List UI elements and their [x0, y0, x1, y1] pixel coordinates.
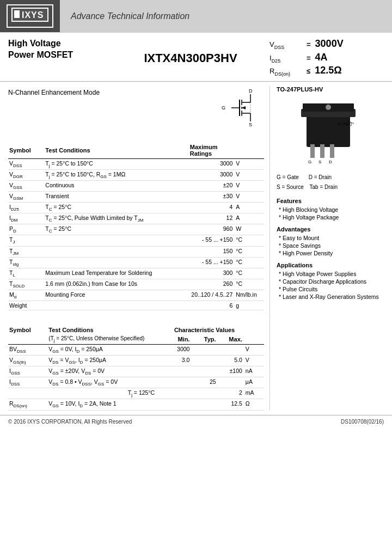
- svg-text:D (Tab): D (Tab): [338, 121, 352, 126]
- col-header-max2: Max.: [218, 334, 244, 345]
- unit-cell: Nm/lb.in: [235, 290, 264, 301]
- features-title: Features: [277, 198, 384, 204]
- left-column: N-Channel Enhancement Mode G: [8, 86, 270, 411]
- char-table: Symbol Test Conditions Characteristic Va…: [8, 326, 264, 411]
- char-min-cell: [166, 366, 192, 377]
- mosfet-symbol: G S D: [220, 86, 264, 130]
- copyright-text: © 2016 IXYS CORPORATION, All Rights Rese…: [8, 419, 132, 425]
- symbol-cell: TJM: [8, 246, 44, 257]
- svg-rect-21: [330, 144, 334, 158]
- table-row: VGSS Continuous ±20 V: [8, 180, 264, 191]
- char-symbol-cell: [8, 388, 47, 399]
- col-header-cond2: Test Conditions: [47, 326, 166, 334]
- char-header-row2: (Tj = 25°C, Unless Otherwise Specified) …: [8, 334, 264, 345]
- symbol-cell: PD: [8, 224, 44, 235]
- char-cond-cell: Tj = 125°C: [47, 388, 166, 399]
- conditions-cell: [44, 257, 188, 268]
- spec-rdson: RDS(on) ≤ 12.5Ω: [270, 65, 384, 77]
- char-min-cell: [166, 388, 192, 399]
- table-row: IDSS VDS = 0.8 • VDSS, VGS = 0V 25 μA: [8, 377, 264, 388]
- col-header-max: Maximum Ratings: [189, 142, 235, 159]
- conditions-cell: [44, 235, 188, 246]
- conditions-cell: 1.6 mm (0.062in.) from Case for 10s: [44, 279, 188, 290]
- conditions-cell: [44, 301, 188, 310]
- unit-cell: A: [235, 213, 264, 224]
- symbol-cell: VGSM: [8, 192, 44, 203]
- legend-row-g: G = Gate D = Drain: [277, 173, 384, 182]
- mosfet-diagram: G S D: [220, 86, 264, 130]
- spec-id25: ID25 = 4A: [270, 52, 384, 64]
- product-type: High Voltage Power MOSFET: [8, 38, 117, 78]
- advantage-item: * Space Savings: [277, 242, 384, 249]
- advantage-item: * Easy to Mount: [277, 235, 384, 241]
- spec-symbol-id25: ID25: [270, 54, 302, 64]
- conditions-cell: [44, 246, 188, 257]
- conditions-cell: TC = 25°C, Pulse Width Limited by TJM: [44, 213, 188, 224]
- conditions-cell: TC = 25°C: [44, 224, 188, 235]
- col-header-unit: [235, 142, 264, 159]
- table-row: BVDSS VGS = 0V, ID = 250μA 3000 V: [8, 345, 264, 356]
- svg-text:IXYS: IXYS: [22, 10, 44, 20]
- char-typ-cell: [192, 345, 218, 356]
- char-cond-cell: VDS = VGS, ID = 250μA: [47, 356, 166, 366]
- max-cell: ±30: [189, 192, 235, 203]
- symbol-cell: TL: [8, 268, 44, 279]
- table-row: IGSS VGS = ±20V, VDS = 0V ±100 nA: [8, 366, 264, 377]
- table-row: PD TC = 25°C 960 W: [8, 224, 264, 235]
- svg-text:G: G: [308, 160, 311, 164]
- table-row: VDGR Tj = 25°C to 150°C, RGS = 1MΩ 3000 …: [8, 169, 264, 180]
- svg-text:G: G: [222, 105, 225, 111]
- table-row: Weight 6 g: [8, 301, 264, 310]
- symbol-cell: ID25: [8, 203, 44, 213]
- table-row: TJM 150 °C: [8, 246, 264, 257]
- application-item: * High Voltage Power Supplies: [277, 271, 384, 277]
- table-row: VGS(th) VDS = VGS, ID = 250μA 3.0 5.0 V: [8, 356, 264, 366]
- unit-cell: V: [235, 169, 264, 180]
- unit-cell: °C: [235, 257, 264, 268]
- spec-val-vdss: 3000V: [315, 38, 344, 50]
- char-min-cell: 3000: [166, 345, 192, 356]
- max-cell: 3000: [189, 158, 235, 169]
- svg-point-24: [326, 105, 331, 110]
- title-section: High Voltage Power MOSFET IXTX4N300P3HV …: [0, 33, 392, 82]
- col-header-typ: Typ.: [192, 334, 218, 345]
- char-symbol-cell: RDS(on): [8, 399, 47, 410]
- col-header-symbol: Symbol: [8, 142, 44, 159]
- char-symbol-cell: BVDSS: [8, 345, 47, 356]
- symbol-cell: VDGR: [8, 169, 44, 180]
- char-symbol-cell: IDSS: [8, 377, 47, 388]
- char-cond-cell: VDS = 0.8 • VDSS, VGS = 0V: [47, 377, 166, 388]
- char-symbol-cell: IGSS: [8, 366, 47, 377]
- char-unit-cell: Ω: [244, 399, 264, 410]
- char-unit-cell: nA: [244, 366, 264, 377]
- conditions-cell: Tj = 25°C to 150°C, RGS = 1MΩ: [44, 169, 188, 180]
- unit-cell: g: [235, 301, 264, 310]
- product-title: High Voltage Power MOSFET: [8, 38, 117, 61]
- char-typ-cell: [192, 356, 218, 366]
- symbol-cell: VGSS: [8, 180, 44, 191]
- symbol-cell: IDM: [8, 213, 44, 224]
- char-typ-cell: [192, 388, 218, 399]
- spec-val-id25: 4A: [315, 52, 328, 63]
- legend-row-s: S = Source Tab = Drain: [277, 182, 384, 192]
- unit-cell: °C: [235, 268, 264, 279]
- feature-item: * High Blocking Voltage: [277, 206, 384, 213]
- svg-text:S: S: [249, 122, 252, 127]
- char-max-cell: 2: [218, 388, 244, 399]
- svg-text:S: S: [318, 160, 321, 164]
- unit-cell: V: [235, 158, 264, 169]
- max-cell: 3000: [189, 169, 235, 180]
- table-row: TJ - 55 ... +150 °C: [8, 235, 264, 246]
- symbol-cell: VDSS: [8, 158, 44, 169]
- char-unit-cell: mA: [244, 388, 264, 399]
- conditions-cell: Continuous: [44, 180, 188, 191]
- table-row: Md Mounting Force 20..120 / 4.5..27 Nm/l…: [8, 290, 264, 301]
- svg-marker-16: [242, 106, 246, 109]
- max-cell: - 55 ... +150: [189, 235, 235, 246]
- table-row: IDM TC = 25°C, Pulse Width Limited by TJ…: [8, 213, 264, 224]
- char-max-cell: 5.0: [218, 356, 244, 366]
- max-cell: - 55 ... +150: [189, 257, 235, 268]
- svg-text:D: D: [329, 160, 332, 164]
- conditions-cell: Tj = 25°C to 150°C: [44, 158, 188, 169]
- char-min-cell: [166, 377, 192, 388]
